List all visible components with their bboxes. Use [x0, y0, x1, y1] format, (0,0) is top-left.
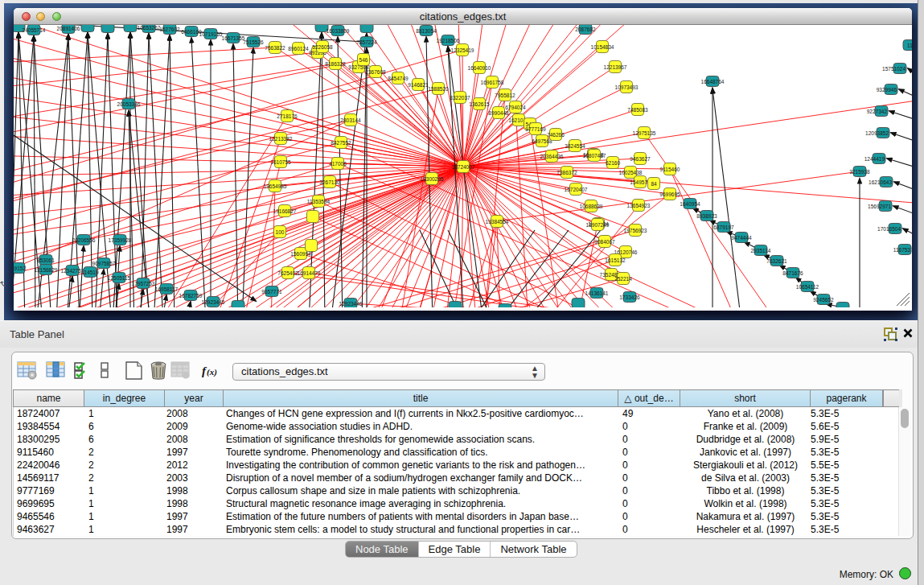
svg-text:8186328: 8186328	[325, 61, 346, 67]
svg-text:19756923: 19756923	[624, 228, 647, 233]
svg-text:19218506: 19218506	[437, 38, 460, 43]
svg-text:16961758: 16961758	[481, 80, 504, 85]
svg-text:7955812: 7955812	[495, 93, 515, 98]
svg-text:16640910: 16640910	[468, 65, 491, 71]
svg-text:9463627: 9463627	[630, 156, 651, 162]
svg-text:12213382: 12213382	[269, 136, 293, 142]
svg-text:90975857: 90975857	[92, 261, 116, 266]
svg-text:1588520: 1588520	[428, 86, 449, 92]
svg-text:7563822: 7563822	[265, 45, 285, 51]
svg-text:8454749: 8454749	[388, 76, 409, 81]
svg-text:84: 84	[651, 181, 657, 187]
svg-text:6794024: 6794024	[505, 105, 526, 110]
svg-text:546: 546	[359, 57, 368, 63]
svg-text:12156829: 12156829	[35, 267, 58, 273]
svg-text:1244419: 1244419	[864, 156, 885, 162]
svg-text:24055714: 24055714	[23, 27, 46, 33]
svg-text:2718176: 2718176	[277, 113, 298, 119]
svg-text:2087682: 2087682	[575, 27, 596, 32]
svg-text:12923446: 12923446	[339, 301, 363, 307]
svg-text:16958117: 16958117	[155, 286, 179, 292]
svg-text:7632621: 7632621	[766, 258, 787, 264]
svg-text:10688639: 10688639	[580, 204, 603, 209]
svg-text:15720407: 15720407	[565, 187, 588, 192]
svg-text:10807487: 10807487	[583, 153, 606, 159]
svg-text:15692971: 15692971	[868, 204, 891, 209]
svg-text:12975135: 12975135	[633, 130, 656, 136]
svg-text:12505115: 12505115	[108, 275, 131, 281]
svg-text:2935114: 2935114	[751, 248, 771, 253]
svg-text:3215938: 3215938	[849, 169, 870, 175]
svg-text:7515526: 7515526	[243, 39, 264, 45]
svg-text:1733426: 1733426	[619, 295, 640, 300]
svg-text:10154834: 10154834	[591, 44, 614, 50]
svg-text:2803144: 2803144	[340, 117, 361, 123]
svg-text:20364436: 20364436	[540, 154, 564, 159]
svg-text:13654923: 13654923	[627, 203, 651, 208]
svg-text:100: 100	[276, 229, 285, 235]
svg-text:12213967: 12213967	[604, 64, 627, 70]
svg-text:10973493: 10973493	[615, 84, 639, 90]
svg-text:16210643: 16210643	[869, 179, 892, 185]
svg-text:3267130: 3267130	[319, 179, 340, 185]
svg-text:7625402: 7625402	[277, 270, 298, 276]
svg-text:10654112: 10654112	[796, 284, 819, 290]
svg-text:8960124: 8960124	[288, 46, 309, 51]
svg-text:12923445: 12923445	[202, 299, 225, 305]
svg-text:9329946: 9329946	[877, 87, 897, 93]
svg-text:8990448: 8990448	[488, 110, 509, 116]
svg-text:9084067: 9084067	[594, 239, 615, 245]
svg-text:9146821: 9146821	[408, 82, 429, 88]
svg-text:18907249: 18907249	[586, 222, 610, 228]
svg-text:7386372: 7386372	[556, 170, 577, 175]
svg-text:8471676: 8471676	[782, 270, 803, 276]
svg-text:16914479: 16914479	[298, 270, 321, 276]
svg-text:1527602: 1527602	[159, 27, 180, 32]
svg-text:10719155: 10719155	[199, 31, 223, 37]
svg-text:16648764: 16648764	[701, 79, 725, 84]
svg-text:9474444: 9474444	[731, 235, 752, 241]
svg-text:9227342: 9227342	[867, 109, 888, 114]
svg-text:8813054: 8813054	[416, 28, 437, 34]
svg-text:11353594: 11353594	[307, 199, 331, 204]
svg-text:1615132: 1615132	[605, 257, 626, 263]
svg-text:7357224: 7357224	[356, 39, 377, 45]
svg-text:39152: 39152	[14, 266, 26, 271]
svg-text:252214: 252214	[614, 276, 632, 282]
svg-text:9245652: 9245652	[813, 297, 834, 303]
svg-text:746266: 746266	[547, 132, 565, 138]
svg-text:7485083: 7485083	[627, 107, 648, 113]
svg-text:15751024: 15751024	[882, 66, 906, 72]
svg-text:17957253: 17957253	[132, 281, 155, 286]
svg-text:9699695: 9699695	[659, 192, 680, 197]
svg-text:12325419: 12325419	[451, 47, 474, 53]
svg-text:19384554: 19384554	[486, 219, 509, 225]
svg-text:20206556: 20206556	[72, 237, 96, 243]
svg-text:18724007: 18724007	[452, 164, 475, 170]
svg-text:20891406: 20891406	[57, 26, 80, 31]
svg-text:9115460: 9115460	[660, 167, 680, 172]
svg-text:116753: 116753	[893, 247, 911, 253]
svg-text:8322037: 8322037	[450, 95, 470, 101]
svg-text:10653267: 10653267	[138, 25, 161, 31]
svg-text:417006: 417006	[329, 161, 347, 167]
svg-text:17016504: 17016504	[877, 226, 901, 232]
svg-text:114519: 114519	[81, 270, 99, 275]
svg-text:6879197: 6879197	[713, 225, 734, 230]
svg-text:16033809: 16033809	[326, 28, 350, 34]
svg-text:9777169: 9777169	[525, 126, 546, 132]
svg-text:5226058: 5226058	[312, 44, 333, 50]
svg-text:111: 111	[907, 43, 912, 48]
svg-text:(x): (x)	[207, 367, 217, 377]
svg-text:9657771: 9657771	[261, 289, 282, 295]
svg-text:16671355: 16671355	[222, 35, 245, 41]
svg-text:17359928: 17359928	[109, 237, 132, 243]
svg-text:1610755: 1610755	[270, 159, 291, 165]
svg-text:10025438: 10025438	[619, 170, 643, 175]
svg-text:20053346: 20053346	[117, 101, 141, 107]
svg-text:19166827: 19166827	[273, 208, 297, 214]
svg-text:19654985: 19654985	[264, 183, 287, 189]
svg-text:8427552: 8427552	[331, 140, 351, 146]
svg-text:8938923: 8938923	[696, 213, 717, 219]
svg-text:16782759: 16782759	[179, 293, 203, 299]
